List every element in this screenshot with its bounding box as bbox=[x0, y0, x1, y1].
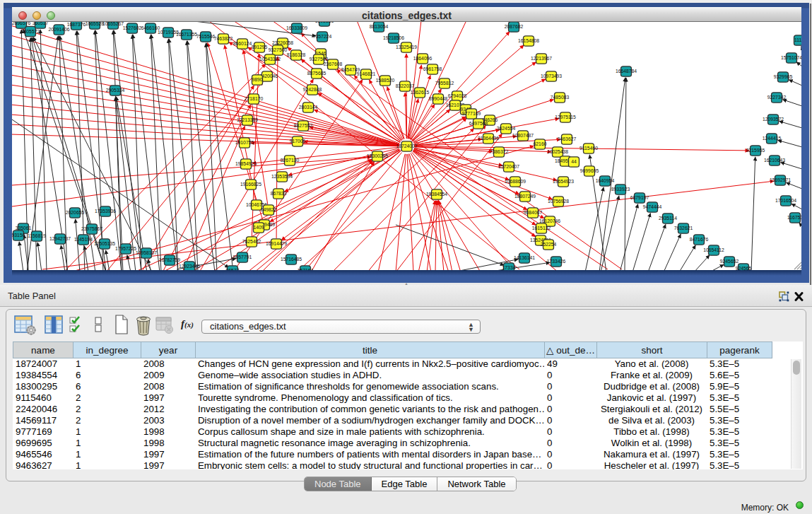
svg-text:252254: 252254 bbox=[541, 242, 557, 247]
svg-text:10688609: 10688609 bbox=[505, 179, 526, 184]
svg-text:8933923: 8933923 bbox=[611, 187, 630, 192]
svg-text:2367608: 2367608 bbox=[324, 62, 343, 66]
svg-text:10756928: 10756928 bbox=[548, 199, 569, 204]
svg-text:2020655: 2020655 bbox=[66, 210, 85, 215]
svg-text:8660124: 8660124 bbox=[233, 41, 252, 46]
svg-text:7357224: 7357224 bbox=[313, 34, 332, 39]
svg-text:2905334: 2905334 bbox=[106, 88, 125, 93]
svg-text:917006: 917006 bbox=[290, 139, 306, 144]
svg-text:1362615: 1362615 bbox=[411, 90, 430, 95]
svg-text:1733426: 1733426 bbox=[547, 259, 566, 264]
svg-text:18300295: 18300295 bbox=[367, 153, 388, 158]
svg-text:12213967: 12213967 bbox=[531, 56, 552, 61]
svg-text:360517: 360517 bbox=[33, 22, 49, 25]
svg-text:9227342: 9227342 bbox=[767, 95, 787, 100]
svg-text:1603381: 1603381 bbox=[315, 22, 334, 23]
svg-text:16648784: 16648784 bbox=[616, 69, 637, 74]
svg-text:6879197: 6879197 bbox=[630, 195, 649, 200]
svg-text:62160: 62160 bbox=[534, 141, 547, 146]
svg-text:9245652: 9245652 bbox=[720, 259, 739, 264]
svg-text:8427552: 8427552 bbox=[294, 123, 313, 128]
svg-text:1615132: 1615132 bbox=[532, 226, 551, 230]
svg-text:9463627: 9463627 bbox=[558, 136, 577, 141]
svg-text:16914479: 16914479 bbox=[266, 241, 287, 246]
svg-text:9474444: 9474444 bbox=[643, 204, 662, 209]
svg-text:21364436: 21364436 bbox=[478, 136, 499, 141]
svg-text:10655267: 10655267 bbox=[102, 22, 124, 26]
svg-text:19654923: 19654923 bbox=[553, 179, 574, 184]
svg-text:23975867: 23975867 bbox=[81, 226, 102, 231]
svg-text:8215955: 8215955 bbox=[746, 148, 765, 153]
svg-text:12942737: 12942737 bbox=[49, 236, 71, 241]
svg-text:8990448: 8990448 bbox=[429, 96, 448, 101]
svg-text:8267130: 8267130 bbox=[281, 158, 300, 163]
svg-text:7515546: 7515546 bbox=[196, 34, 216, 39]
svg-text:9242848: 9242848 bbox=[303, 87, 322, 92]
svg-text:1145194: 1145194 bbox=[74, 237, 93, 242]
svg-text:17334: 17334 bbox=[502, 265, 516, 270]
svg-text:14136141: 14136141 bbox=[514, 255, 535, 260]
svg-text:12093572: 12093572 bbox=[763, 117, 784, 122]
svg-text:8186328: 8186328 bbox=[287, 52, 306, 57]
svg-text:18724007: 18724007 bbox=[396, 144, 417, 148]
svg-text:649822: 649822 bbox=[261, 207, 277, 212]
svg-text:867833: 867833 bbox=[271, 191, 287, 196]
svg-text:7955812: 7955812 bbox=[435, 81, 454, 86]
svg-text:9657791: 9657791 bbox=[233, 255, 252, 259]
svg-text:1527602: 1527602 bbox=[123, 25, 142, 30]
svg-text:2718170: 2718170 bbox=[245, 96, 264, 101]
svg-text:9327500: 9327500 bbox=[269, 47, 288, 52]
svg-text:7632621: 7632621 bbox=[674, 226, 693, 230]
svg-text:2087682: 2087682 bbox=[505, 24, 524, 29]
svg-text:1910755: 1910755 bbox=[235, 140, 254, 145]
svg-text:2696576: 2696576 bbox=[12, 22, 30, 25]
svg-text:17957225: 17957225 bbox=[115, 246, 136, 251]
svg-text:9146821: 9146821 bbox=[357, 71, 376, 76]
svg-text:12353594: 12353594 bbox=[271, 174, 293, 179]
svg-text:15716485: 15716485 bbox=[281, 257, 302, 262]
svg-text:13325419: 13325419 bbox=[396, 45, 417, 49]
svg-text:6961758: 6961758 bbox=[423, 66, 442, 71]
svg-text:17016504: 17016504 bbox=[775, 198, 796, 203]
svg-text:93150: 93150 bbox=[12, 233, 25, 238]
svg-text:8471676: 8471676 bbox=[690, 237, 709, 242]
svg-text:2803144: 2803144 bbox=[299, 105, 318, 110]
svg-text:8875685: 8875685 bbox=[307, 71, 326, 76]
svg-text:1640954: 1640954 bbox=[596, 178, 615, 183]
svg-text:9115460: 9115460 bbox=[579, 146, 598, 151]
svg-text:10973493: 10973493 bbox=[541, 74, 562, 78]
svg-text:12213389: 12213389 bbox=[237, 117, 258, 122]
svg-text:19218506: 19218506 bbox=[383, 35, 404, 40]
svg-text:9327508: 9327508 bbox=[310, 57, 329, 62]
svg-text:1065528: 1065528 bbox=[86, 22, 105, 26]
svg-text:18807249: 18807249 bbox=[514, 194, 536, 199]
svg-text:9084067: 9084067 bbox=[524, 210, 543, 215]
svg-text:6794028: 6794028 bbox=[448, 93, 467, 98]
svg-text:16782759: 16782759 bbox=[159, 257, 180, 262]
svg-text:20091406: 20091406 bbox=[48, 27, 69, 32]
svg-text:9890: 9890 bbox=[252, 77, 262, 82]
svg-text:1244415: 1244415 bbox=[763, 136, 782, 141]
svg-text:9777169: 9777169 bbox=[462, 111, 481, 116]
svg-text:16033809: 16033809 bbox=[286, 25, 307, 30]
svg-text:891295: 891295 bbox=[252, 45, 268, 49]
svg-text:6497568: 6497568 bbox=[469, 121, 488, 126]
svg-text:19166825: 19166825 bbox=[240, 182, 261, 187]
svg-text:12505135: 12505135 bbox=[94, 241, 115, 246]
svg-text:16210643: 16210643 bbox=[764, 158, 785, 163]
svg-text:15751074: 15751074 bbox=[781, 55, 801, 60]
svg-text:15720407: 15720407 bbox=[498, 164, 519, 169]
svg-text:116753: 116753 bbox=[787, 215, 801, 220]
svg-text:7625402: 7625402 bbox=[242, 239, 261, 244]
svg-text:8322037: 8322037 bbox=[396, 83, 415, 88]
svg-text:1687376: 1687376 bbox=[67, 22, 86, 27]
svg-text:9329965: 9329965 bbox=[774, 74, 793, 79]
svg-text:8813054: 8813054 bbox=[370, 24, 389, 29]
svg-text:1112: 1112 bbox=[794, 37, 801, 42]
svg-text:19384554: 19384554 bbox=[426, 192, 447, 197]
svg-text:3624554: 3624554 bbox=[497, 126, 516, 131]
svg-text:44: 44 bbox=[571, 159, 577, 164]
svg-text:2935114: 2935114 bbox=[659, 216, 677, 221]
svg-text:1409: 1409 bbox=[253, 225, 264, 230]
svg-text:1405572: 1405572 bbox=[21, 29, 40, 34]
